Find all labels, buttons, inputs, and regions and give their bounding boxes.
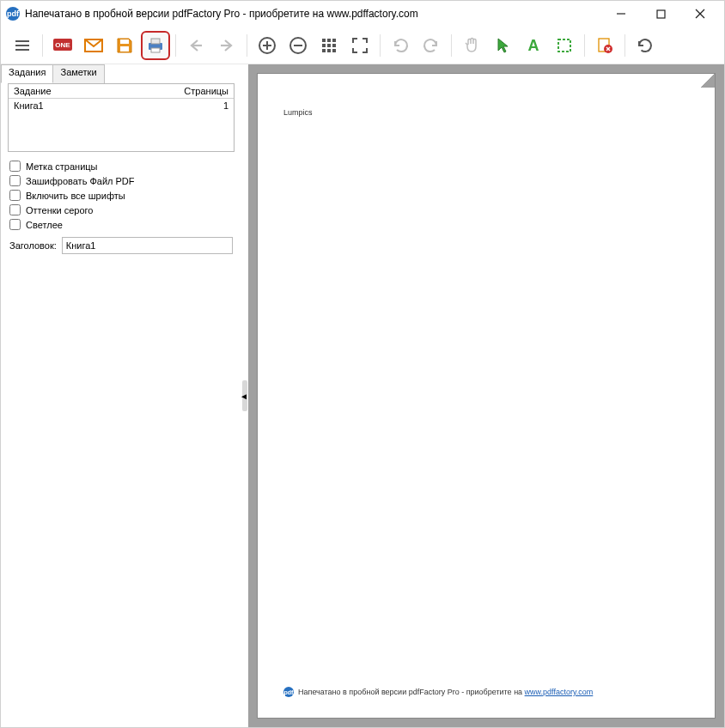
main-area: Задания Заметки Задание Страницы Книга1 … (1, 64, 724, 727)
title-label: Заголовок: (9, 240, 57, 251)
titlebar: pdf Напечатано в пробной версии pdfFacto… (1, 1, 724, 27)
splitter[interactable]: ◄ (241, 64, 248, 727)
options-group: Метка страницы Зашифровать Файл PDF Вклю… (1, 159, 241, 232)
menu-button[interactable] (8, 31, 37, 60)
menu-icon (13, 36, 32, 55)
checkbox[interactable] (9, 204, 21, 215)
minimize-button[interactable] (602, 2, 640, 26)
zoom-in-button[interactable] (253, 31, 282, 60)
check-embed-fonts[interactable]: Включить все шрифты (9, 190, 233, 201)
checkbox[interactable] (9, 190, 21, 201)
svg-rect-22 (322, 39, 326, 42)
delete-button[interactable] (590, 31, 619, 60)
title-field-row: Заголовок: (1, 232, 241, 259)
pdf-button[interactable]: ONE (48, 31, 77, 60)
pdf-icon: pdf (283, 687, 294, 697)
zoom-out-button[interactable] (283, 31, 313, 60)
undo-icon (391, 36, 410, 55)
checkbox[interactable] (9, 161, 21, 172)
page-fold-icon (701, 74, 715, 88)
svg-rect-23 (327, 39, 331, 42)
check-label: Зашифровать Файл PDF (26, 176, 135, 186)
select-icon (556, 37, 573, 54)
footer-text: Напечатано в пробной версии pdfFactory P… (298, 688, 525, 696)
pdf-page[interactable]: Lumpics pdf Напечатано в пробной версии … (257, 73, 716, 719)
svg-rect-29 (327, 49, 331, 52)
task-row[interactable]: Книга1 1 (9, 99, 234, 112)
maximize-button[interactable] (642, 2, 679, 26)
back-icon (186, 36, 205, 55)
svg-rect-24 (332, 39, 336, 42)
check-label: Светлее (26, 220, 63, 230)
task-pages: 1 (223, 100, 228, 111)
svg-rect-11 (120, 46, 129, 52)
forward-button[interactable] (212, 31, 241, 60)
email-icon (83, 36, 104, 55)
fullscreen-icon (351, 37, 369, 54)
task-list: Задание Страницы Книга1 1 (8, 83, 235, 152)
zoom-out-icon (289, 36, 308, 55)
svg-text:A: A (528, 37, 539, 54)
print-icon (145, 36, 166, 55)
delete-icon (595, 36, 614, 55)
refresh-icon (636, 36, 655, 55)
print-button[interactable] (141, 31, 170, 60)
window-title: Напечатано в пробной версии pdfFactory P… (25, 8, 602, 20)
checkbox[interactable] (9, 175, 21, 186)
redo-button[interactable] (417, 31, 446, 60)
svg-rect-27 (332, 44, 336, 47)
svg-rect-10 (120, 39, 129, 44)
check-encrypt[interactable]: Зашифровать Файл PDF (9, 175, 233, 186)
sidebar: Задания Заметки Задание Страницы Книга1 … (1, 64, 241, 727)
svg-rect-26 (327, 44, 331, 47)
pdf-icon: ONE (52, 36, 74, 55)
task-header-name: Задание (14, 86, 184, 96)
svg-rect-32 (558, 39, 570, 52)
close-button[interactable] (681, 2, 719, 26)
zoom-in-icon (258, 36, 277, 55)
undo-button[interactable] (386, 31, 415, 60)
fullscreen-button[interactable] (345, 31, 375, 60)
svg-rect-1 (657, 10, 665, 18)
page-content: Lumpics (283, 108, 689, 117)
redo-icon (422, 36, 441, 55)
hand-icon (463, 36, 480, 55)
thumbnails-button[interactable] (314, 31, 344, 60)
save-button[interactable] (110, 31, 139, 60)
select-button[interactable] (550, 31, 579, 60)
app-icon: pdf (6, 7, 20, 21)
check-label: Включить все шрифты (26, 191, 125, 201)
pointer-icon (494, 36, 511, 55)
chevron-left-icon: ◄ (240, 391, 248, 401)
check-page-label[interactable]: Метка страницы (9, 161, 233, 172)
check-label: Метка страницы (26, 161, 98, 172)
check-lighter[interactable]: Светлее (9, 219, 233, 230)
checkbox[interactable] (9, 219, 21, 230)
tab-notes[interactable]: Заметки (52, 64, 104, 83)
email-button[interactable] (79, 31, 108, 60)
svg-rect-13 (151, 39, 160, 44)
preview-pane: Lumpics pdf Напечатано в пробной версии … (248, 64, 724, 727)
svg-rect-14 (151, 48, 160, 52)
tab-tasks[interactable]: Задания (1, 64, 53, 83)
task-name: Книга1 (14, 100, 223, 111)
svg-rect-25 (322, 44, 326, 47)
toolbar: ONE (1, 27, 724, 64)
check-label: Оттенки серого (26, 205, 93, 215)
svg-text:ONE: ONE (55, 41, 70, 49)
task-header-pages: Страницы (184, 86, 228, 96)
page-footer: pdf Напечатано в пробной версии pdfFacto… (283, 687, 689, 697)
text-icon: A (525, 36, 542, 55)
pointer-button[interactable] (488, 31, 517, 60)
title-input[interactable] (62, 237, 233, 254)
forward-icon (217, 36, 236, 55)
hand-button[interactable] (457, 31, 486, 60)
text-button[interactable]: A (519, 31, 548, 60)
app-window: pdf Напечатано в пробной версии pdfFacto… (0, 0, 725, 728)
back-button[interactable] (181, 31, 210, 60)
footer-link[interactable]: www.pdffactory.com (525, 688, 594, 696)
refresh-button[interactable] (631, 31, 660, 60)
check-grayscale[interactable]: Оттенки серого (9, 204, 233, 215)
svg-rect-30 (332, 49, 336, 52)
save-icon (115, 36, 134, 55)
